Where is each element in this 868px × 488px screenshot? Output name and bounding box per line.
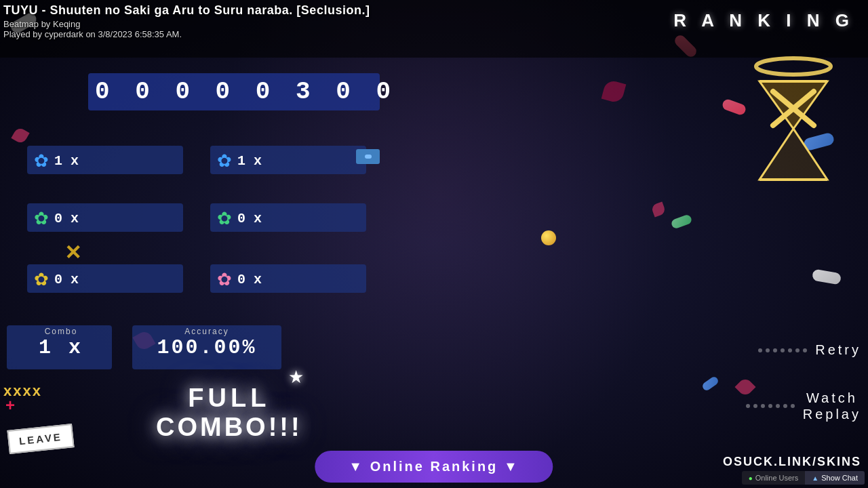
score-value: 0 0 0 0 0 3 0 0 xyxy=(95,78,396,106)
cassette-spool xyxy=(365,155,372,159)
dot xyxy=(758,348,762,352)
title-area: TUYU - Shuuten no Saki ga Aru to Suru na… xyxy=(3,3,370,39)
online-users-text: Online Users xyxy=(755,474,799,482)
dot xyxy=(766,348,770,352)
watch-replay-row: Watch Replay xyxy=(746,390,861,422)
play-info: Played by cyperdark on 3/8/2023 6:58:35 … xyxy=(3,29,370,39)
hit-row-3-right: ✿ 0 x xyxy=(217,269,262,290)
full-combo-line1: FULL xyxy=(156,384,302,413)
beatmap-info: Beatmap by Keqing xyxy=(3,19,370,29)
dot xyxy=(783,404,787,408)
hit-row-1-left: ✿ 1 x xyxy=(34,150,79,171)
cassette-decoration xyxy=(356,149,380,164)
retry-button[interactable]: Retry xyxy=(815,342,861,358)
pink-flower-icon: ✿ xyxy=(217,269,232,290)
combo-value: 1 x xyxy=(10,336,112,359)
yellow-flower-icon: ✿ xyxy=(34,269,49,290)
watch-label: Watch xyxy=(803,390,861,406)
retry-row: Retry xyxy=(758,342,861,358)
accuracy-display: Accuracy 100.00% xyxy=(136,327,278,359)
dot xyxy=(773,348,777,352)
retry-dots xyxy=(758,348,807,352)
dot xyxy=(753,404,757,408)
plus-mark: + xyxy=(5,396,15,415)
ranking-label: R A N K I N G xyxy=(673,10,854,31)
show-chat-label: Show Chat xyxy=(821,474,858,482)
x-mark-icon: ✕ xyxy=(64,241,81,264)
replay-dots xyxy=(746,404,795,408)
hit-count-1-right: 1 x xyxy=(237,153,262,169)
watch-replay-button[interactable]: Watch Replay xyxy=(803,390,861,422)
rank-icon-container xyxy=(739,54,848,192)
hit-row-2-right: ✿ 0 x xyxy=(217,208,262,229)
osuck-link-text: OSUCK.LINK/SKINS xyxy=(723,455,861,468)
hit-count-2-left: 0 x xyxy=(54,211,79,226)
svg-point-0 xyxy=(756,58,831,75)
online-ranking-container: ▼ Online Ranking ▼ xyxy=(315,451,553,483)
blue-flower-icon: ✿ xyxy=(34,150,49,171)
replay-label: Replay xyxy=(803,406,861,422)
dot xyxy=(776,404,780,408)
hit-count-2-right: 0 x xyxy=(237,211,262,226)
dot xyxy=(768,404,772,408)
combo-label: Combo xyxy=(10,327,112,336)
hit-count-3-left: 0 x xyxy=(54,272,79,287)
hit-count-3-right: 0 x xyxy=(237,272,262,287)
osuck-link: OSUCK.LINK/SKINS xyxy=(723,455,861,469)
hit-row-3-left: ✿ 0 x xyxy=(34,269,79,290)
dot xyxy=(803,348,807,352)
hit-row-2-left: ✿ 0 x xyxy=(34,208,79,229)
hourglass-icon xyxy=(739,54,848,190)
combo-display: Combo 1 x xyxy=(10,327,112,359)
hit-row-1-right: ✿ 1 x xyxy=(217,150,262,171)
online-ranking-button[interactable]: ▼ Online Ranking ▼ xyxy=(315,451,553,483)
green-flower-icon-2: ✿ xyxy=(217,208,232,229)
bottom-right-bar: ● Online Users ▲ Show Chat xyxy=(742,471,865,485)
show-chat-button[interactable]: ▲ Show Chat xyxy=(805,471,865,485)
dot xyxy=(791,404,795,408)
score-display: 0 0 0 0 0 3 0 0 xyxy=(95,78,396,106)
gold-orb-decoration xyxy=(541,230,556,245)
dot xyxy=(788,348,792,352)
green-flower-icon: ✿ xyxy=(34,208,49,229)
song-title: TUYU - Shuuten no Saki ga Aru to Suru na… xyxy=(3,3,370,18)
plus-icon: + xyxy=(5,396,15,414)
leave-label: LEAVE xyxy=(18,431,62,447)
dot xyxy=(746,404,750,408)
accuracy-value: 100.00% xyxy=(136,336,278,359)
dot xyxy=(761,404,765,408)
x-decoration: ✕ xyxy=(64,241,81,264)
dot xyxy=(795,348,800,352)
online-dot: ● xyxy=(749,474,753,482)
svg-marker-4 xyxy=(760,129,827,180)
full-combo-line2: COMBO!!! xyxy=(156,413,302,442)
dot xyxy=(781,348,785,352)
accuracy-label: Accuracy xyxy=(136,327,278,336)
blue-flower-icon-2: ✿ xyxy=(217,150,232,171)
online-ranking-label: ▼ Online Ranking ▼ xyxy=(349,459,519,474)
hit-count-1-left: 1 x xyxy=(54,153,79,169)
online-users-panel: ● Online Users xyxy=(742,471,806,485)
full-combo-display: FULL COMBO!!! xyxy=(156,384,302,442)
chevron-up-icon: ▲ xyxy=(812,474,818,482)
